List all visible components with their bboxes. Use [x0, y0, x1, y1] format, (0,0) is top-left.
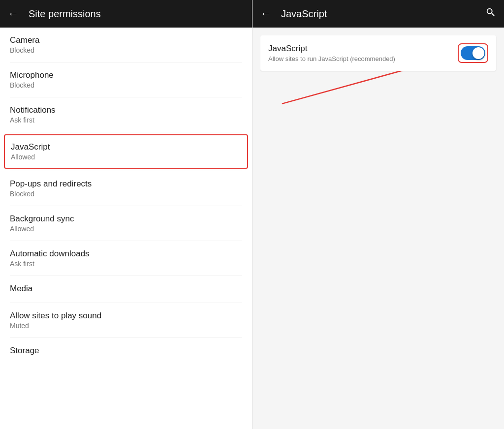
microphone-item[interactable]: Microphone Blocked: [0, 62, 252, 97]
right-header-title: JavaScript: [281, 8, 485, 20]
storage-item[interactable]: Storage: [0, 338, 252, 365]
right-panel: ← JavaScript JavaScript Allow sites to r…: [252, 0, 504, 429]
search-icon[interactable]: [485, 7, 496, 21]
divider: [10, 132, 242, 132]
right-back-icon[interactable]: ←: [260, 7, 271, 20]
javascript-toggle[interactable]: [461, 46, 485, 60]
notifications-item[interactable]: Notifications Ask first: [0, 97, 252, 132]
background-sync-title: Background sync: [10, 214, 242, 224]
camera-title: Camera: [10, 35, 242, 45]
notifications-subtitle: Ask first: [10, 116, 242, 124]
notifications-title: Notifications: [10, 105, 242, 115]
popups-title: Pop-ups and redirects: [10, 179, 242, 189]
toggle-knob: [472, 47, 484, 59]
popups-subtitle: Blocked: [10, 190, 242, 198]
left-back-icon[interactable]: ←: [8, 7, 19, 20]
camera-item[interactable]: Camera Blocked: [0, 28, 252, 62]
javascript-setting-desc: Allow sites to run JavaScript (recommend…: [268, 55, 395, 62]
javascript-toggle-wrapper: [458, 43, 488, 63]
camera-subtitle: Blocked: [10, 46, 242, 54]
javascript-setting-info: JavaScript Allow sites to run JavaScript…: [268, 44, 395, 62]
left-panel: ← Site permissions Camera Blocked Microp…: [0, 0, 252, 429]
automatic-downloads-item[interactable]: Automatic downloads Ask first: [0, 241, 252, 276]
background-sync-item[interactable]: Background sync Allowed: [0, 206, 252, 241]
javascript-subtitle: Allowed: [11, 153, 241, 161]
javascript-title: JavaScript: [11, 142, 241, 152]
automatic-downloads-title: Automatic downloads: [10, 249, 242, 259]
microphone-subtitle: Blocked: [10, 81, 242, 89]
popups-item[interactable]: Pop-ups and redirects Blocked: [0, 171, 252, 206]
microphone-title: Microphone: [10, 70, 242, 80]
javascript-item[interactable]: JavaScript Allowed: [4, 134, 248, 169]
allow-sound-title: Allow sites to play sound: [10, 311, 242, 321]
automatic-downloads-subtitle: Ask first: [10, 260, 242, 268]
permissions-list: Camera Blocked Microphone Blocked Notifi…: [0, 28, 252, 429]
javascript-setting-title: JavaScript: [268, 44, 395, 54]
storage-title: Storage: [10, 346, 242, 356]
allow-sound-subtitle: Muted: [10, 322, 242, 330]
media-title: Media: [10, 284, 242, 294]
background-sync-subtitle: Allowed: [10, 225, 242, 233]
allow-sound-item[interactable]: Allow sites to play sound Muted: [0, 303, 252, 337]
left-header: ← Site permissions: [0, 0, 252, 28]
javascript-setting-row: JavaScript Allow sites to run JavaScript…: [260, 35, 496, 71]
media-item[interactable]: Media: [0, 276, 252, 303]
left-header-title: Site permissions: [29, 8, 101, 20]
right-header: ← JavaScript: [252, 0, 504, 28]
right-content: JavaScript Allow sites to run JavaScript…: [252, 28, 504, 429]
